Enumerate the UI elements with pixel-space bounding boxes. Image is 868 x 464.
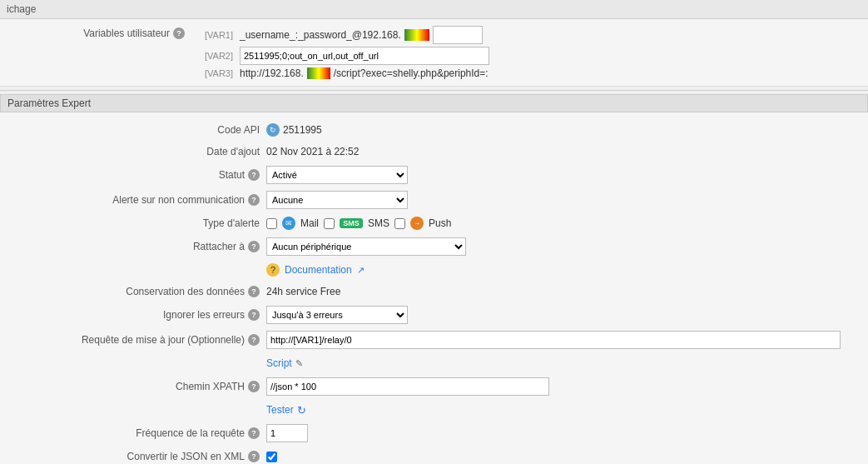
chemin-xpath-input[interactable] xyxy=(266,377,549,396)
chemin-xpath-value xyxy=(266,377,860,396)
frequence-label: Fréquence de la requête ? xyxy=(8,427,266,439)
push-badge-icon: → xyxy=(410,217,424,230)
var1-redacted xyxy=(404,29,429,41)
alerte-comm-select[interactable]: Aucune 1h 2h 6h xyxy=(266,191,408,209)
variables-help-icon[interactable]: ? xyxy=(173,27,185,39)
alerte-sms-checkbox[interactable] xyxy=(324,218,335,229)
chemin-xpath-row: Chemin XPATH ? xyxy=(0,374,868,399)
frequence-row: Fréquence de la requête ? xyxy=(0,421,868,446)
expert-section-title: Paramètres Expert xyxy=(0,94,868,112)
rattacher-select[interactable]: Aucun périphérique xyxy=(266,237,466,256)
var3-row: [VAR3] http://192.168. /script?exec=shel… xyxy=(191,67,489,79)
mail-badge-icon: ✉ xyxy=(282,217,295,230)
alerte-push-label: Push xyxy=(429,217,451,229)
var1-tag: [VAR1] xyxy=(191,30,233,40)
convertir-label: Convertir le JSON en XML ? xyxy=(8,451,266,462)
requete-value xyxy=(266,331,860,349)
requete-row: Requête de mise à jour (Optionnelle) ? xyxy=(0,327,868,352)
conservation-value: 24h service Free xyxy=(266,286,860,297)
api-icon: ↻ xyxy=(266,123,280,137)
date-ajout-value: 02 Nov 2021 à 22:52 xyxy=(266,146,860,157)
refresh-icon: ↻ xyxy=(297,404,306,417)
tester-row: Tester ↻ xyxy=(0,399,868,421)
code-api-label: Code API xyxy=(8,124,266,136)
var3-redacted xyxy=(307,67,330,79)
variables-label: Variables utilisateur ? xyxy=(8,26,191,39)
frequence-help-icon[interactable]: ? xyxy=(248,427,260,439)
statut-row: Statut ? Activé Désactivé xyxy=(0,162,868,187)
chemin-xpath-label: Chemin XPATH ? xyxy=(8,381,266,392)
doc-external-icon: ↗ xyxy=(357,265,365,276)
doc-icon: ? xyxy=(266,263,280,277)
alerte-comm-row: Alerte sur non communication ? Aucune 1h… xyxy=(0,187,868,212)
statut-help-icon[interactable]: ? xyxy=(248,169,260,181)
var2-row: [VAR2] xyxy=(191,47,489,65)
pencil-icon: ✎ xyxy=(295,358,303,369)
date-ajout-label: Date d'ajout xyxy=(8,146,266,157)
type-alerte-label: Type d'alerte xyxy=(8,217,266,229)
page-container: ichage Variables utilisateur ? [VAR1] _u… xyxy=(0,0,868,464)
alerte-comm-help-icon[interactable]: ? xyxy=(248,194,260,206)
alerte-comm-label: Alerte sur non communication ? xyxy=(8,194,266,206)
documentation-row: ? Documentation ↗ xyxy=(0,259,868,281)
documentation-value: ? Documentation ↗ xyxy=(266,263,860,277)
ignorer-select[interactable]: Jusqu'à 3 erreurs Aucune Jusqu'à 1 erreu… xyxy=(266,306,408,324)
rattacher-value: Aucun périphérique xyxy=(266,237,860,256)
var1-text: _username_:_password_@192.168. xyxy=(240,29,401,41)
frequence-value xyxy=(266,424,860,442)
requete-input[interactable] xyxy=(266,331,841,349)
ignorer-label: Ignorer les erreurs ? xyxy=(8,309,266,321)
rattacher-row: Rattacher à ? Aucun périphérique xyxy=(0,234,868,259)
statut-select[interactable]: Activé Désactivé xyxy=(266,166,408,184)
documentation-link[interactable]: Documentation xyxy=(285,264,352,276)
chemin-xpath-help-icon[interactable]: ? xyxy=(248,381,260,392)
convertir-help-icon[interactable]: ? xyxy=(248,451,260,462)
variables-inputs: [VAR1] _username_:_password_@192.168. [V… xyxy=(191,26,489,79)
rattacher-help-icon[interactable]: ? xyxy=(248,241,260,252)
var2-input[interactable] xyxy=(240,47,489,65)
type-alerte-value: ✉ Mail SMS SMS → Push xyxy=(266,217,860,230)
var1-row: [VAR1] _username_:_password_@192.168. xyxy=(191,26,489,44)
ignorer-value: Jusqu'à 3 erreurs Aucune Jusqu'à 1 erreu… xyxy=(266,306,860,324)
code-api-value: ↻ 2511995 xyxy=(266,123,860,137)
requete-help-icon[interactable]: ? xyxy=(248,334,260,346)
conservation-label: Conservation des données ? xyxy=(8,286,266,297)
alerte-comm-value: Aucune 1h 2h 6h xyxy=(266,191,860,209)
frequence-input[interactable] xyxy=(266,424,308,442)
type-alerte-row: Type d'alerte ✉ Mail SMS SMS → Push xyxy=(0,212,868,234)
script-value: Script ✎ xyxy=(266,357,860,369)
rattacher-label: Rattacher à ? xyxy=(8,241,266,252)
tester-value: Tester ↻ xyxy=(266,404,860,417)
convertir-checkbox[interactable] xyxy=(266,452,277,462)
statut-label: Statut ? xyxy=(8,169,266,181)
convertir-value xyxy=(266,452,860,462)
statut-value: Activé Désactivé xyxy=(266,166,860,184)
tester-link[interactable]: Tester xyxy=(266,404,294,416)
script-link[interactable]: Script xyxy=(266,357,292,369)
alerte-push-checkbox[interactable] xyxy=(394,218,405,229)
convertir-row: Convertir le JSON en XML ? xyxy=(0,446,868,464)
alerte-mail-checkbox[interactable] xyxy=(266,218,277,229)
ignorer-row: Ignorer les erreurs ? Jusqu'à 3 erreurs … xyxy=(0,302,868,327)
var3-tag: [VAR3] xyxy=(191,68,233,78)
conservation-help-icon[interactable]: ? xyxy=(248,286,260,297)
sms-badge-icon: SMS xyxy=(340,218,363,228)
code-api-row: Code API ↻ 2511995 xyxy=(0,119,868,141)
requete-label: Requête de mise à jour (Optionnelle) ? xyxy=(8,334,266,346)
date-ajout-row: Date d'ajout 02 Nov 2021 à 22:52 xyxy=(0,141,868,162)
alerte-sms-label: SMS xyxy=(368,217,389,229)
section-ichage-header: ichage xyxy=(0,0,868,19)
alerte-mail-label: Mail xyxy=(300,217,319,229)
var3-text: http://192.168. xyxy=(240,67,304,79)
var3-text2: /script?exec=shelly.php&periphId=: xyxy=(334,67,489,79)
api-code-text: 2511995 xyxy=(283,124,322,136)
ignorer-help-icon[interactable]: ? xyxy=(248,309,260,321)
var2-tag: [VAR2] xyxy=(191,51,233,61)
conservation-row: Conservation des données ? 24h service F… xyxy=(0,281,868,302)
script-row: Script ✎ xyxy=(0,352,868,374)
variables-section: Variables utilisateur ? [VAR1] _username… xyxy=(0,19,868,87)
expert-form: Code API ↻ 2511995 Date d'ajout 02 Nov 2… xyxy=(0,112,868,464)
variables-row: Variables utilisateur ? [VAR1] _username… xyxy=(0,22,868,82)
var1-input[interactable] xyxy=(433,26,483,44)
